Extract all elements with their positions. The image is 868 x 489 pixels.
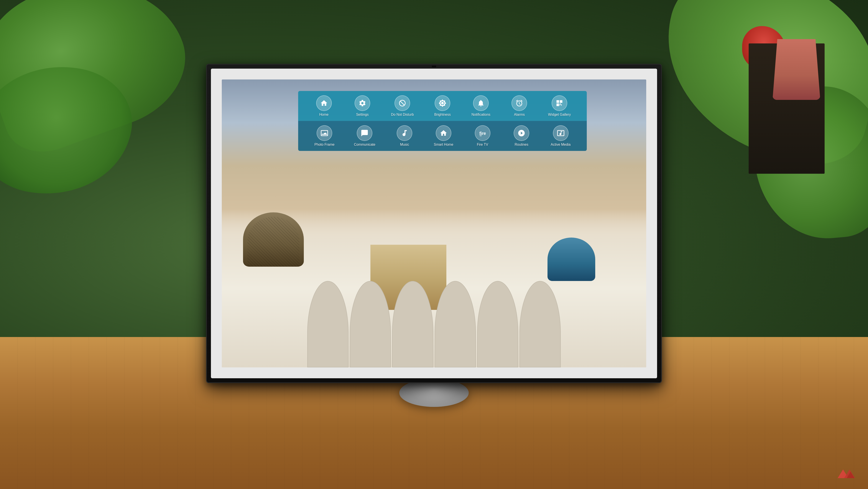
device-frame: Home Settings [206, 64, 662, 383]
notifications-icon [477, 99, 485, 107]
photo-frame-label: Photo Frame [314, 143, 334, 147]
device-mat: Home Settings [211, 68, 657, 378]
arch-4 [435, 281, 476, 367]
menu-item-communicate[interactable]: Communicate [354, 125, 375, 147]
arch-3 [392, 281, 433, 367]
brightness-icon-circle [435, 95, 450, 111]
dome-right [548, 237, 595, 281]
menu-item-active-media[interactable]: Active Media [551, 125, 571, 147]
alarms-icon-circle [512, 95, 527, 111]
settings-icon [359, 99, 366, 107]
photo-frame-icon [320, 129, 328, 137]
watermark [835, 467, 857, 480]
do-not-disturb-label: Do Not Disturb [391, 113, 414, 117]
svg-text:tv: tv [479, 134, 482, 137]
arches [307, 281, 561, 367]
fire-tv-icon: fire tv [479, 129, 487, 137]
communicate-icon-circle [357, 125, 372, 141]
widget-gallery-label: Widget Gallery [548, 113, 571, 117]
music-label: Music [400, 143, 409, 147]
menu-item-widget-gallery[interactable]: Widget Gallery [548, 95, 571, 117]
communicate-icon [361, 129, 369, 137]
communicate-label: Communicate [354, 143, 375, 147]
quick-actions-menu: Home Settings [298, 91, 587, 151]
menu-item-settings[interactable]: Settings [352, 95, 372, 117]
routines-icon-circle [514, 125, 529, 141]
do-not-disturb-icon [398, 99, 406, 107]
routines-icon [518, 129, 525, 137]
watermark-logo [835, 467, 857, 480]
widget-gallery-icon [556, 99, 563, 107]
smart-home-icon [440, 129, 447, 137]
widget-gallery-icon-circle [552, 95, 567, 111]
arch-1 [307, 281, 348, 367]
routines-label: Routines [515, 143, 528, 147]
settings-label: Settings [356, 113, 369, 117]
menu-row-2: Photo Frame Communicate [298, 121, 587, 151]
brightness-label: Brightness [434, 113, 451, 117]
smart-home-icon-circle [436, 125, 452, 141]
fire-tv-icon-circle: fire tv [475, 125, 490, 141]
menu-item-fire-tv[interactable]: fire tv Fire TV [473, 125, 492, 147]
notifications-icon-circle [473, 95, 489, 111]
settings-icon-circle [354, 95, 370, 111]
smart-home-label: Smart Home [434, 143, 453, 147]
device-screen: Home Settings [222, 80, 646, 367]
active-media-icon-circle [553, 125, 568, 141]
menu-item-smart-home[interactable]: Smart Home [434, 125, 453, 147]
do-not-disturb-icon-circle [395, 95, 410, 111]
camera-notch [432, 65, 436, 67]
brightness-icon [439, 99, 446, 107]
music-icon [401, 129, 408, 137]
active-media-icon [557, 129, 565, 137]
alarms-icon [516, 99, 523, 107]
arch-6 [520, 281, 561, 367]
photo-frame-icon-circle [317, 125, 332, 141]
menu-item-music[interactable]: Music [395, 125, 414, 147]
menu-row-1: Home Settings [298, 91, 587, 121]
menu-item-routines[interactable]: Routines [512, 125, 531, 147]
menu-item-brightness[interactable]: Brightness [433, 95, 452, 117]
home-label: Home [319, 113, 329, 117]
home-icon [320, 99, 328, 107]
notifications-label: Notifications [471, 113, 490, 117]
menu-item-notifications[interactable]: Notifications [471, 95, 491, 117]
menu-item-photo-frame[interactable]: Photo Frame [314, 125, 334, 147]
arch-5 [477, 281, 519, 367]
menu-item-alarms[interactable]: Alarms [509, 95, 529, 117]
active-media-label: Active Media [551, 143, 571, 147]
menu-item-home[interactable]: Home [314, 95, 334, 117]
home-icon-circle [316, 95, 332, 111]
plant-pot [773, 39, 820, 100]
echo-show-device: Home Settings [195, 64, 673, 411]
fire-tv-label: Fire TV [477, 143, 488, 147]
alarms-label: Alarms [514, 113, 525, 117]
music-icon-circle [397, 125, 412, 141]
menu-item-do-not-disturb[interactable]: Do Not Disturb [391, 95, 414, 117]
dome-left [243, 212, 304, 267]
arch-2 [350, 281, 391, 367]
